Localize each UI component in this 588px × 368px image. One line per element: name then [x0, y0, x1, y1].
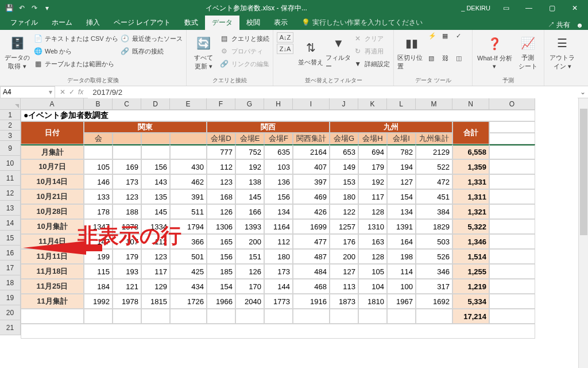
name-box-dropdown-icon[interactable]: ▾ [49, 88, 52, 96]
cell[interactable]: 317 [416, 279, 452, 294]
row-header[interactable]: 16 [0, 246, 21, 260]
cell[interactable]: 123 [207, 174, 235, 189]
cell[interactable]: 180 [330, 189, 358, 204]
cell[interactable]: 469 [293, 189, 330, 204]
cell[interactable]: 関西 [207, 121, 330, 133]
cell[interactable]: 391 [170, 189, 207, 204]
cell[interactable]: 149 [330, 159, 358, 174]
cell[interactable]: 178 [84, 204, 113, 219]
cell[interactable]: 154 [207, 279, 235, 294]
cell[interactable]: 179 [113, 249, 141, 264]
close-icon[interactable]: ✕ [567, 4, 582, 12]
column-header[interactable]: F [207, 98, 235, 110]
expand-formula-icon[interactable]: ⌄ [578, 88, 588, 96]
cell[interactable]: 407 [293, 159, 330, 174]
cell[interactable]: 136 [264, 174, 293, 189]
get-data-button[interactable]: 🗄️ データの 取得 ▾ [3, 32, 31, 72]
row-header[interactable]: 21 [0, 320, 21, 335]
enter-icon[interactable]: ✓ [69, 88, 75, 96]
cell[interactable]: 145 [235, 189, 264, 204]
row-header[interactable]: 12 [0, 186, 21, 201]
cell[interactable]: 1164 [264, 219, 293, 234]
cell[interactable]: 156 [264, 189, 293, 204]
cell[interactable]: 653 [330, 144, 358, 159]
cell[interactable]: 1391 [387, 219, 416, 234]
column-header[interactable]: M [416, 98, 452, 110]
cell[interactable]: 366 [170, 234, 207, 249]
cell[interactable]: 1,219 [452, 279, 489, 294]
tell-me[interactable]: 💡 実行したい作業を入力してください [295, 16, 429, 30]
reapply-button[interactable]: ↻再適用 [353, 45, 390, 57]
cell[interactable]: 1726 [170, 294, 207, 309]
column-header[interactable]: A [21, 98, 84, 110]
flash-fill-icon[interactable]: ⚡ [428, 32, 441, 53]
cell[interactable]: 会場D [207, 133, 235, 144]
advanced-button[interactable]: ▼詳細設定 [353, 57, 390, 70]
cell[interactable]: 会場I [387, 133, 416, 144]
cell[interactable] [489, 159, 535, 174]
cell[interactable]: 346 [416, 264, 452, 279]
cell[interactable]: 1334 [141, 219, 170, 234]
cell[interactable] [170, 144, 207, 159]
row-header[interactable]: 3 [0, 131, 21, 141]
cell[interactable]: 1347 [84, 219, 113, 234]
cell[interactable]: 123 [113, 189, 141, 204]
from-csv-button[interactable]: 📄テキストまたは CSV から [33, 32, 118, 45]
cell[interactable]: 694 [358, 144, 387, 159]
from-table-button[interactable]: ▦テーブルまたは範囲から [33, 57, 118, 70]
cell[interactable] [489, 279, 535, 294]
cell[interactable]: 1773 [264, 294, 293, 309]
cell[interactable]: 170 [235, 279, 264, 294]
cell[interactable] [235, 309, 264, 324]
cell[interactable]: 526 [416, 249, 452, 264]
cell[interactable]: 200 [235, 234, 264, 249]
relations-icon[interactable]: ⛓ [442, 55, 455, 76]
cell[interactable]: 163 [358, 234, 387, 249]
remove-dup-icon[interactable]: ▦ [442, 32, 455, 53]
cell[interactable]: 134 [264, 204, 293, 219]
row-header[interactable]: 17 [0, 260, 21, 275]
row-header[interactable]: 18 [0, 275, 21, 290]
consolidate-icon[interactable]: ▧ [428, 55, 441, 76]
cell[interactable]: 2164 [293, 144, 330, 159]
cell[interactable]: 2040 [235, 294, 264, 309]
cell[interactable]: 10月14日 [21, 174, 84, 189]
tab-insert[interactable]: 挿入 [79, 16, 107, 30]
account-label[interactable]: _ DEKIRU [461, 5, 490, 12]
worksheet[interactable]: ABCDEFGHIJKLMNO 123910111213141516171819… [0, 98, 588, 368]
cell[interactable]: 月集計 [21, 144, 84, 159]
recent-sources-button[interactable]: 🕘最近使ったソース [121, 32, 183, 45]
row-header[interactable]: 15 [0, 231, 21, 246]
cell[interactable]: 関東 [84, 121, 207, 133]
cell[interactable]: 100 [387, 279, 416, 294]
cell[interactable] [489, 294, 535, 309]
minimize-icon[interactable]: — [521, 4, 536, 12]
row-header[interactable]: 20 [0, 305, 21, 320]
cell[interactable]: 462 [170, 174, 207, 189]
cell[interactable] [489, 189, 535, 204]
cell[interactable] [113, 309, 141, 324]
cell[interactable]: 146 [84, 174, 113, 189]
cell[interactable]: 会場E [235, 133, 264, 144]
row-header[interactable]: 19 [0, 290, 21, 305]
cell[interactable] [489, 309, 535, 324]
from-web-button[interactable]: 🌐Web から [33, 45, 118, 57]
cell[interactable]: 1378 [113, 219, 141, 234]
formula-input[interactable] [88, 86, 578, 98]
cell[interactable] [489, 219, 535, 234]
column-header[interactable]: K [358, 98, 387, 110]
cell[interactable]: 193 [113, 264, 141, 279]
cell[interactable]: 134 [387, 204, 416, 219]
cell[interactable]: 5,334 [452, 294, 489, 309]
cell[interactable]: 合計 [452, 121, 489, 144]
column-header[interactable]: J [330, 98, 358, 110]
cell[interactable]: 1,255 [452, 264, 489, 279]
cell[interactable] [113, 144, 141, 159]
cell[interactable]: 115 [84, 264, 113, 279]
cell[interactable] [489, 249, 535, 264]
cell[interactable] [141, 144, 170, 159]
cell[interactable]: 会 [84, 133, 113, 144]
cell[interactable]: 1992 [84, 294, 113, 309]
cell[interactable]: 121 [113, 279, 141, 294]
data-val-icon[interactable]: ✓ [456, 32, 469, 53]
